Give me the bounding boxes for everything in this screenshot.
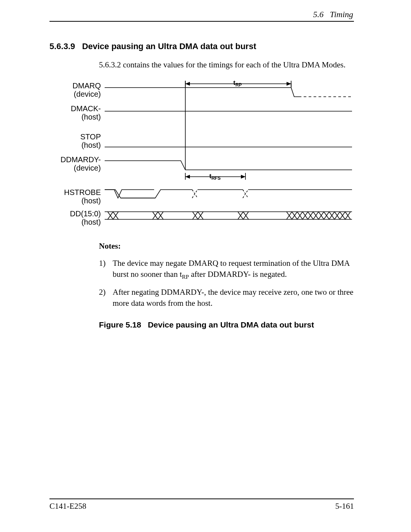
timing-param-trfs: tRFS [209, 173, 221, 181]
section-heading: 5.6.3.9 Device pausing an Ultra DMA data… [49, 42, 354, 51]
section-title: Device pausing an Ultra DMA data out bur… [82, 42, 256, 51]
timing-diagram: DMARQ (device) DMACK- (host) STOP (host)… [48, 78, 354, 231]
section-intro: 5.6.3.2 contains the values for the timi… [99, 60, 354, 70]
signal-label-dd: DD(15:0) [70, 209, 101, 218]
note-item: 1) The device may negate DMARQ to reques… [99, 258, 354, 281]
footer-page-number: 5-161 [335, 502, 354, 511]
note-item: 2) After negating DDMARDY-, the device m… [99, 287, 354, 310]
note-text: After negating DDMARDY-, the device may … [113, 287, 354, 310]
note-number: 2) [99, 287, 113, 310]
signal-origin-hstrobe: (host) [81, 197, 101, 205]
signal-label-hstrobe: HSTROBE [64, 188, 101, 197]
signal-label-dmarq: DMARQ [73, 81, 101, 90]
signal-label-ddmardy: DDMARDY- [61, 155, 101, 164]
page-footer: C141-E258 5-161 [49, 498, 354, 511]
signal-origin-stop: (host) [81, 141, 101, 149]
notes-block: Notes: 1) The device may negate DMARQ to… [99, 241, 354, 310]
signal-origin-dmarq: (device) [74, 90, 101, 98]
footer-doc-id: C141-E258 [49, 502, 86, 511]
note-text: The device may negate DMARQ to request t… [113, 258, 354, 281]
header-section-ref: 5.6 [313, 10, 324, 19]
signal-label-dmack: DMACK- [71, 104, 101, 113]
signal-label-stop: STOP [80, 133, 101, 141]
section-number: 5.6.3.9 [49, 42, 75, 51]
signal-origin-dd: (host) [81, 218, 101, 226]
header-section-name: Timing [330, 10, 353, 19]
note-number: 1) [99, 258, 113, 281]
figure-caption: Figure 5.18 Device pausing an Ultra DMA … [99, 320, 354, 329]
figure-title: Device pausing an Ultra DMA data out bur… [148, 320, 314, 329]
svg-marker-0 [185, 82, 190, 86]
svg-marker-1 [287, 82, 291, 86]
header-rule [49, 21, 354, 22]
figure-label: Figure 5.18 [99, 320, 141, 329]
notes-heading: Notes: [99, 241, 354, 251]
svg-marker-3 [241, 175, 245, 179]
svg-marker-2 [185, 175, 190, 179]
running-header: 5.6 Timing [49, 10, 354, 19]
timing-param-trp: tRP [233, 79, 242, 88]
signal-origin-dmack: (host) [81, 113, 101, 121]
signal-origin-ddmardy: (device) [74, 164, 101, 172]
